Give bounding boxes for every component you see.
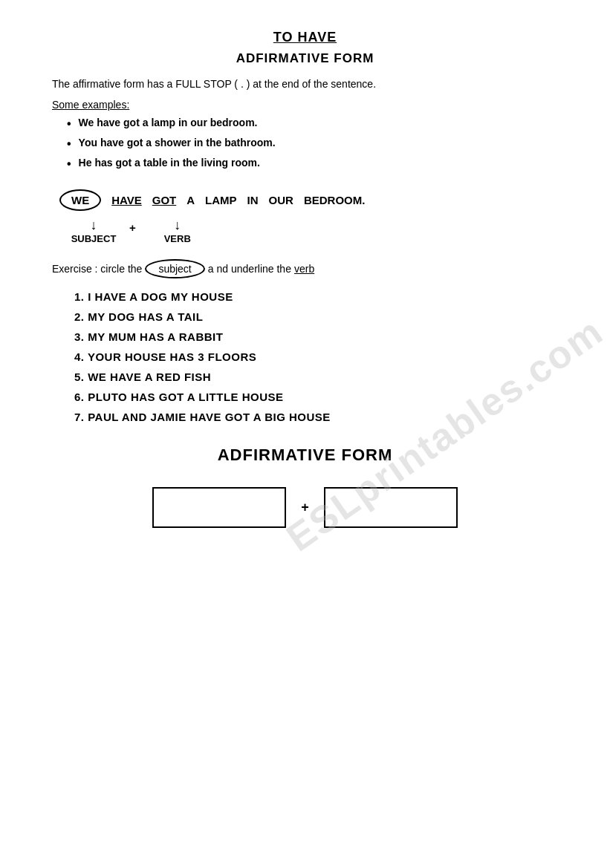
exercise-numbered-list: 1. I HAVE A DOG MY HOUSE 2. MY DOG HAS A… (74, 290, 558, 423)
list-item: 7. PAUL AND JAMIE HAVE GOT A BIG HOUSE (74, 411, 558, 423)
exercise-line: Exercise : circle the subject and underl… (52, 259, 558, 278)
list-item: 6. PLUTO HAS GOT A LITTLE HOUSE (74, 391, 558, 403)
verb-arrow: ↓ (174, 218, 181, 232)
verb-label: VERB (164, 233, 191, 244)
boxes-row: + (52, 487, 558, 528)
our-word: OUR (269, 194, 293, 206)
input-box-left[interactable] (152, 487, 286, 528)
list-item: 3. MY MUM HAS A RABBIT (74, 330, 558, 343)
subject-arrow-col: ↓ SUBJECT (68, 218, 119, 244)
exercise-text-after: a (208, 263, 214, 275)
list-item: We have got a lamp in our bedroom. (67, 117, 558, 131)
list-item: 5. WE HAVE A RED FISH (74, 371, 558, 383)
lamp-word: LAMP (205, 194, 237, 206)
exercise-circle-word: subject (145, 259, 204, 278)
examples-label: Some examples: (52, 99, 558, 111)
input-box-right[interactable] (324, 487, 458, 528)
bottom-section-title: ADFIRMATIVE FORM (52, 446, 558, 465)
a-word: A (186, 194, 195, 206)
plus-between: + (301, 500, 309, 515)
diagram-area: WE HAVE GOT A LAMP IN OUR BEDROOM. ↓ SUB… (52, 189, 558, 244)
sentence-diagram: WE HAVE GOT A LAMP IN OUR BEDROOM. (52, 189, 558, 211)
list-item: 1. I HAVE A DOG MY HOUSE (74, 290, 558, 303)
bedroom-word: BEDROOM. (304, 194, 366, 206)
plus-diagram: + (123, 221, 142, 234)
list-item: 4. YOUR HOUSE HAS 3 FLOORS (74, 350, 558, 363)
list-item: 2. MY DOG HAS A TAIL (74, 310, 558, 323)
list-item: He has got a table in the living room. (67, 157, 558, 171)
subject-label: SUBJECT (71, 233, 117, 244)
list-item: You have got a shower in the bathroom. (67, 137, 558, 151)
got-word: GOT (152, 194, 177, 206)
verb-arrow-col: ↓ VERB (152, 218, 203, 244)
intro-text: The affirmative form has a FULL STOP ( .… (52, 78, 558, 90)
exercise-text-after2: nd underline the (217, 263, 291, 275)
section-title: ADFIRMATIVE FORM (52, 51, 558, 66)
exercise-text-before: Exercise : circle the (52, 263, 142, 275)
have-word: HAVE (111, 194, 142, 206)
exercise-verb-word: verb (294, 263, 314, 275)
in-word: IN (247, 194, 259, 206)
examples-list: We have got a lamp in our bedroom. You h… (67, 117, 558, 172)
subject-arrow: ↓ (91, 218, 97, 232)
page-title: TO HAVE (52, 30, 558, 45)
subject-oval: WE (59, 189, 101, 211)
